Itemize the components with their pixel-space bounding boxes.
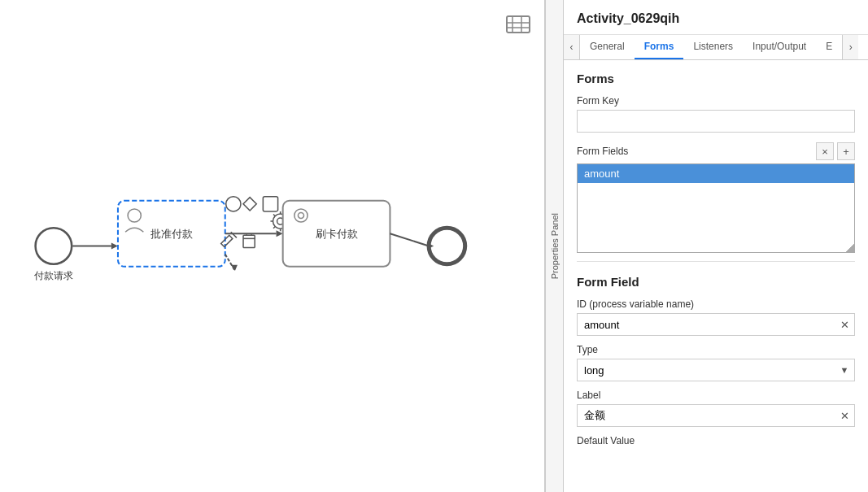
- label-label: Label: [577, 390, 855, 401]
- form-fields-header: Form Fields × +: [577, 142, 855, 160]
- tab-forms[interactable]: Forms: [635, 35, 684, 59]
- start-event[interactable]: [36, 228, 72, 264]
- end-event[interactable]: [429, 228, 465, 264]
- form-fields-list: amount: [577, 163, 855, 253]
- form-key-input[interactable]: [577, 110, 855, 133]
- task-action-rect[interactable]: [263, 197, 277, 211]
- tabs-nav-left[interactable]: ‹: [564, 35, 580, 59]
- user-task-approve-label: 批准付款: [150, 228, 193, 240]
- divider: [577, 261, 855, 262]
- default-value-label: Default Value: [577, 435, 855, 446]
- label-input-wrap: ✕: [577, 404, 855, 427]
- tab-general[interactable]: General: [580, 35, 635, 59]
- svg-marker-10: [277, 230, 283, 237]
- forms-section-title: Forms: [577, 72, 855, 85]
- label-clear-btn[interactable]: ✕: [835, 405, 854, 426]
- tab-ext[interactable]: E: [816, 35, 842, 59]
- panel-title: Activity_0629qih: [564, 0, 868, 35]
- tabs-bar: ‹ General Forms Listeners Input/Output E…: [564, 35, 868, 60]
- tabs-nav-right[interactable]: ›: [842, 35, 858, 59]
- tab-input-output[interactable]: Input/Output: [743, 35, 816, 59]
- type-label: Type: [577, 344, 855, 355]
- tab-listeners[interactable]: Listeners: [683, 35, 743, 59]
- svg-marker-2: [111, 242, 118, 249]
- id-input[interactable]: [578, 316, 835, 334]
- right-panel: Activity_0629qih ‹ General Forms Listene…: [563, 0, 868, 492]
- type-select[interactable]: string long boolean date enum custom typ…: [578, 361, 835, 380]
- svg-line-13: [390, 233, 429, 246]
- form-field-item-amount[interactable]: amount: [578, 164, 854, 183]
- task-action-diamond[interactable]: [243, 198, 256, 211]
- task-action-circle[interactable]: [226, 197, 241, 211]
- form-fields-clear-btn[interactable]: ×: [816, 142, 834, 160]
- form-field-section-title: Form Field: [577, 275, 855, 289]
- bpmn-diagram: 付款请求 批准付款: [0, 0, 544, 492]
- properties-panel-toggle[interactable]: Properties Panel: [545, 0, 563, 492]
- form-key-label: Form Key: [577, 95, 855, 107]
- id-clear-btn[interactable]: ✕: [835, 314, 854, 335]
- id-input-wrap: ✕: [577, 313, 855, 336]
- start-event-label: 付款请求: [33, 270, 73, 281]
- label-input[interactable]: [578, 407, 835, 425]
- task-action-trash[interactable]: [243, 235, 255, 247]
- id-label: ID (process variable name): [577, 298, 855, 310]
- properties-panel-label: Properties Panel: [550, 213, 560, 279]
- form-fields-add-btn[interactable]: +: [837, 142, 855, 160]
- form-fields-label: Form Fields: [577, 146, 628, 157]
- form-fields-actions: × +: [816, 142, 855, 160]
- panel-content: Forms Form Key Form Fields × + amount Fo…: [564, 60, 868, 492]
- type-select-wrap: string long boolean date enum custom typ…: [577, 359, 855, 381]
- type-select-arrow: ▼: [835, 359, 854, 381]
- bpmn-canvas: 付款请求 批准付款: [0, 0, 545, 492]
- resize-handle[interactable]: [846, 244, 854, 252]
- form-field-section: Form Field ID (process variable name) ✕ …: [577, 275, 855, 446]
- service-task-swipe-label: 刷卡付款: [316, 228, 358, 240]
